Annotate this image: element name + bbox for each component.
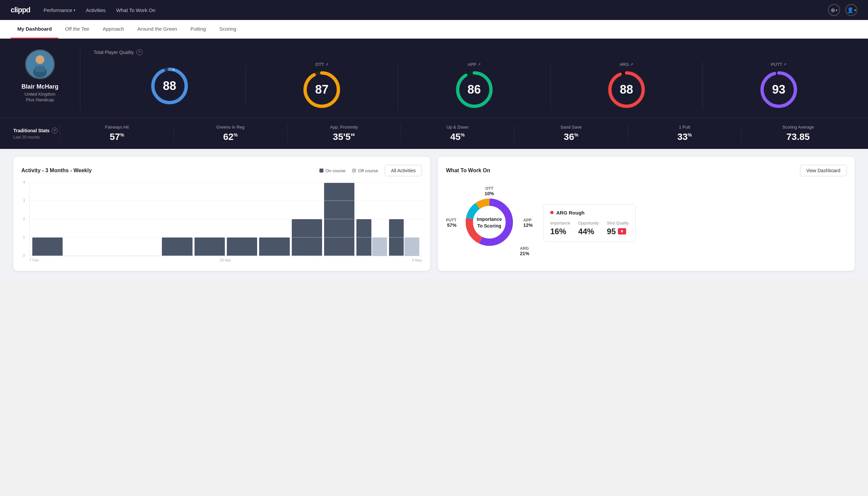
shot-quality-badge: ▼ [618,228,626,234]
activity-panel-title: Activity - 3 Months - Weekly [21,168,92,173]
stat-1-putt-label: 1 Putt [633,125,736,129]
activity-legend: On course Off course [319,168,378,173]
score-arg: ARG ↗ 88 [551,62,703,110]
stat-scoring-average: Scoring Average 73.85 [741,125,855,142]
putt-arrow-icon: ↗ [784,62,786,67]
stat-greens-in-reg-value: 62% [179,131,282,142]
donut-svg-wrap: Importance To Scoring [463,196,516,250]
bar-on-9 [324,183,354,256]
bar-group-11 [389,183,419,256]
x-labels: 7 Feb 28 Mar 9 May [29,258,422,262]
tab-putting[interactable]: Putting [184,20,213,38]
bottom-panels: Activity - 3 Months - Weekly On course O… [0,149,868,279]
score-app-label: APP ↗ [468,62,480,67]
nav-activities[interactable]: Activities [86,6,106,14]
legend-off-course: Off course [352,168,378,173]
what-to-work-on-panel: What To Work On View Dashboard OTT 10% A… [438,157,855,271]
stat-fairways-hit-value: 57% [66,131,168,142]
stats-label: Traditional Stats ? [13,128,60,134]
nav-what-to-work-on-label: What To Work On [116,7,156,13]
bar-group-10 [357,183,387,256]
score-putt: PUTT ↗ 93 [703,62,855,110]
nav-performance[interactable]: Performance ▾ [44,6,75,14]
bar-group-8 [292,183,322,256]
tab-off-the-tee[interactable]: Off the Tee [58,20,96,38]
info-metric-importance: Importance 16% [550,221,570,236]
bar-on-8 [292,219,322,256]
navbar: clippd Performance ▾ Activities What To … [0,0,868,20]
bars-container [30,183,422,256]
activity-panel-header: Activity - 3 Months - Weekly On course O… [21,165,422,176]
help-icon[interactable]: ? [137,49,143,55]
circle-app: 86 [454,69,494,110]
stat-greens-in-reg: Greens In Reg 62% [174,125,287,142]
bar-group-7 [259,183,289,256]
bar-group-0 [32,183,63,256]
x-label-0: 7 Feb [29,258,38,262]
stat-app-proximity-value: 35'5" [293,131,395,142]
arg-label: ARG 21% [520,246,529,256]
score-overall: 88 [94,66,246,106]
score-ott-label: OTT ↗ [315,62,328,67]
score-putt-label: PUTT ↗ [771,62,786,67]
stat-scoring-average-label: Scoring Average [747,125,849,129]
bar-group-2 [97,183,128,256]
stat-sand-save-label: Sand Save [520,125,622,129]
info-card: ARG Rough Importance 16% Opportunity 44%… [543,204,635,242]
stat-sand-save-value: 36% [520,131,622,142]
nav-what-to-work-on[interactable]: What To Work On [116,6,156,14]
bar-group-4 [162,183,192,256]
stats-row: Traditional Stats ? Last 20 rounds Fairw… [0,118,868,149]
circle-putt: 93 [759,69,799,110]
stats-sublabel: Last 20 rounds [13,135,60,140]
tab-approach[interactable]: Approach [96,20,130,38]
info-metric-shot-quality-label: Shot Quality [607,221,629,226]
tabs-bar: My Dashboard Off the Tee Approach Around… [0,20,868,38]
score-arg-label: ARG ↗ [619,62,633,67]
x-label-2: 9 May [412,258,422,262]
off-course-dot [352,169,356,173]
avatar [25,49,55,79]
nav-right: ⊕ ▾ 👤 ▾ [828,4,857,16]
info-metric-opportunity-label: Opportunity [578,221,599,226]
bar-group-1 [65,183,95,256]
tab-scoring[interactable]: Scoring [212,20,243,38]
nav-performance-label: Performance [44,7,72,13]
putt-label: PUTT 57% [446,218,456,228]
info-metric-opportunity-value: 44% [578,227,599,236]
bar-group-9 [324,183,354,256]
info-metric-opportunity: Opportunity 44% [578,221,599,236]
player-name: Blair McHarg [21,83,58,90]
info-metric-importance-value: 16% [550,227,570,236]
bar-group-3 [129,183,160,256]
stat-1-putt-value: 33% [633,131,736,142]
add-chevron-icon: ▾ [836,8,837,12]
add-button[interactable]: ⊕ ▾ [828,4,840,16]
score-ott: OTT ↗ 87 [246,62,398,110]
circle-arg: 88 [606,69,647,110]
view-dashboard-button[interactable]: View Dashboard [800,165,847,176]
bar-on-11 [389,219,404,256]
stat-1-putt: 1 Putt 33% [628,125,741,142]
all-activities-button[interactable]: All Activities [385,165,422,176]
stat-up-and-down-label: Up & Down [406,125,509,129]
info-metric-shot-quality: Shot Quality 95 ▼ [607,221,629,236]
svg-rect-3 [35,66,45,72]
stat-items: Fairways Hit 57% Greens In Reg 62% App. … [60,125,855,142]
stats-help-icon[interactable]: ? [52,128,58,134]
tab-around-the-green[interactable]: Around the Green [130,20,184,38]
nav-activities-label: Activities [86,7,106,13]
app-logo[interactable]: clippd [11,6,30,14]
nav-links: Performance ▾ Activities What To Work On [44,6,815,14]
tab-my-dashboard[interactable]: My Dashboard [11,20,58,38]
activity-panel: Activity - 3 Months - Weekly On course O… [13,157,430,271]
svg-point-1 [36,55,44,64]
on-course-dot [319,169,323,173]
hero-section: Blair McHarg United Kingdom Plus Handica… [0,38,868,118]
bar-group-6 [227,183,257,256]
user-button[interactable]: 👤 ▾ [845,4,857,16]
stat-app-proximity-label: App. Proximity [293,125,395,129]
scores-area: Total Player Quality ? 88 OTT [80,49,855,110]
user-chevron-icon: ▾ [854,8,856,12]
what-to-work-on-title: What To Work On [446,168,490,173]
